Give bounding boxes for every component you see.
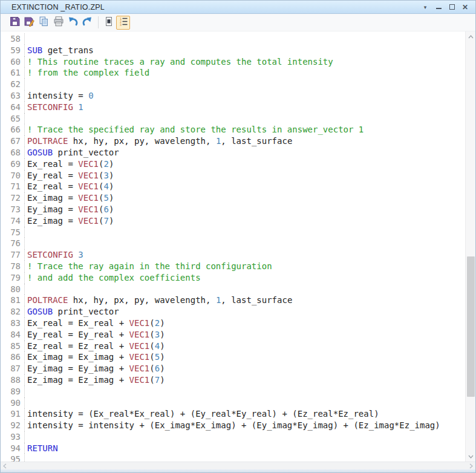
line-number: 90 (1, 397, 25, 409)
code-text: Ex_imag = Ex_imag + VEC1(5) (25, 351, 165, 363)
code-line: 82GOSUB print_vector (1, 306, 465, 318)
line-number: 86 (1, 351, 25, 363)
code-line: 78! Trace the ray again in the third con… (1, 261, 465, 272)
code-line: 79! and add the complex coefficients (1, 272, 465, 284)
dropdown-caret-icon: ▾ (424, 4, 427, 10)
close-button[interactable]: ✕ (460, 2, 471, 12)
code-text: Ez_real = VEC1(4) (25, 181, 114, 192)
code-line: 75 (1, 227, 465, 238)
code-text: Ey_imag = VEC1(6) (25, 204, 114, 215)
chevron-left-icon (3, 463, 7, 469)
print-icon (53, 16, 64, 29)
code-text (25, 284, 27, 295)
minimize-button[interactable] (433, 2, 444, 12)
code-line: 64SETCONFIG 1 (1, 102, 465, 113)
code-line: 93 (1, 431, 465, 443)
code-text (25, 79, 27, 90)
text-block-button[interactable] (102, 16, 116, 30)
code-line: 86Ex_imag = Ex_imag + VEC1(5) (1, 351, 465, 363)
save-as-icon (24, 16, 34, 29)
code-line: 71Ez_real = VEC1(4) (1, 181, 465, 192)
code-text: intensity = (Ex_real*Ex_real) + (Ey_real… (25, 408, 379, 420)
vertical-scroll-thumb[interactable] (467, 256, 475, 397)
toolbar: 123 (1, 14, 475, 31)
window-controls: ▾ ✕ (420, 2, 471, 12)
maximize-icon (449, 4, 455, 10)
scroll-up-button[interactable] (466, 31, 476, 42)
code-line: 77SETCONFIG 3 (1, 249, 465, 261)
maximize-button[interactable] (446, 2, 457, 12)
code-line: 94RETURN (1, 443, 465, 454)
undo-icon (67, 16, 79, 29)
chevron-up-icon (468, 35, 474, 39)
line-number: 69 (1, 158, 25, 170)
code-text: ! Trace the specified ray and store the … (25, 124, 364, 135)
code-text: Ez_imag = VEC1(7) (25, 215, 114, 227)
code-text (25, 33, 27, 45)
line-number: 80 (1, 284, 25, 295)
undo-button[interactable] (66, 16, 80, 30)
scroll-left-button[interactable] (3, 463, 7, 469)
code-line: 74Ez_imag = VEC1(7) (1, 215, 465, 227)
line-number: 74 (1, 215, 25, 227)
code-line: 91intensity = (Ex_real*Ex_real) + (Ey_re… (1, 408, 465, 420)
code-text: SUB get_trans (25, 45, 94, 56)
line-number: 87 (1, 363, 25, 374)
code-text (25, 113, 27, 125)
line-number: 93 (1, 431, 25, 443)
line-number: 85 (1, 341, 25, 352)
code-line: 95 (1, 454, 465, 462)
line-number: 83 (1, 318, 25, 329)
code-text: POLTRACE hx, hy, px, py, wavelength, 1, … (25, 295, 292, 306)
save-as-button[interactable] (22, 16, 36, 30)
redo-button[interactable] (80, 16, 94, 30)
line-number: 72 (1, 192, 25, 204)
line-number: 89 (1, 386, 25, 397)
code-text: Ex_real = VEC1(2) (25, 158, 114, 170)
copy-button[interactable] (37, 16, 51, 30)
code-line: 58 (1, 33, 465, 45)
code-text: Ez_imag = Ez_imag + VEC1(7) (25, 374, 165, 386)
print-button[interactable] (51, 16, 65, 30)
line-number: 62 (1, 79, 25, 90)
code-line: 92intensity = intensity + (Ex_imag*Ex_im… (1, 420, 465, 431)
code-editor[interactable]: 5859SUB get_trans60! This routine traces… (1, 31, 475, 462)
code-line: 62 (1, 79, 465, 90)
horizontal-scrollbar[interactable] (1, 462, 475, 469)
code-text (25, 386, 27, 397)
save-icon (10, 16, 20, 29)
line-number: 61 (1, 67, 25, 79)
vertical-scrollbar[interactable] (465, 31, 475, 462)
code-text: SETCONFIG 3 (25, 249, 83, 261)
toolbar-separator (98, 16, 99, 28)
code-line: 89 (1, 386, 465, 397)
line-number: 92 (1, 420, 25, 431)
code-text: GOSUB print_vector (25, 306, 119, 318)
window-menu-button[interactable]: ▾ (420, 2, 431, 12)
line-number: 67 (1, 135, 25, 147)
code-line: 69Ex_real = VEC1(2) (1, 158, 465, 170)
code-line: 81POLTRACE hx, hy, px, py, wavelength, 1… (1, 295, 465, 306)
line-number: 79 (1, 272, 25, 284)
line-number: 81 (1, 295, 25, 306)
scroll-right-button[interactable] (469, 463, 473, 469)
vertical-scroll-track[interactable] (466, 42, 476, 451)
code-line: 67POLTRACE hx, hy, px, py, wavelength, 1… (1, 135, 465, 147)
code-text (25, 238, 27, 249)
line-numbers-button[interactable]: 123 (116, 16, 130, 30)
code-text: ! This routine traces a ray and computes… (25, 56, 333, 68)
code-line: 73Ey_imag = VEC1(6) (1, 204, 465, 215)
line-number: 64 (1, 102, 25, 113)
code-text: ! Trace the ray again in the third confi… (25, 261, 272, 272)
save-button[interactable] (8, 16, 22, 30)
code-text: POLTRACE hx, hy, px, py, wavelength, 1, … (25, 135, 292, 147)
code-line: 88Ez_imag = Ez_imag + VEC1(7) (1, 374, 465, 386)
scroll-down-button[interactable] (466, 451, 476, 462)
title-bar: EXTINCTION _RATIO.ZPL ▾ ✕ (1, 1, 475, 14)
line-number: 78 (1, 261, 25, 272)
minimize-icon (436, 8, 442, 9)
code-line: 76 (1, 238, 465, 249)
line-number: 91 (1, 408, 25, 420)
code-line: 85Ez_real = Ez_real + VEC1(4) (1, 341, 465, 352)
code-line: 87Ey_imag = Ey_imag + VEC1(6) (1, 363, 465, 374)
